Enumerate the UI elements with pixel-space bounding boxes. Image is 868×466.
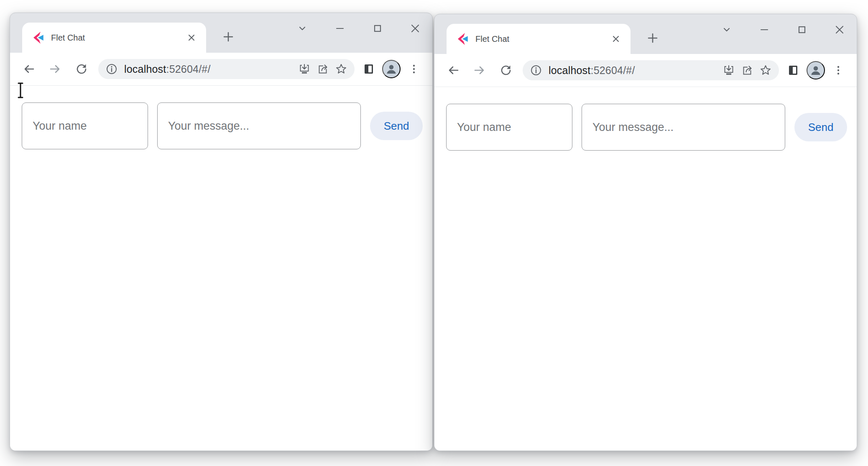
browser-toolbar: localhost:52604/#/ xyxy=(10,53,432,86)
share-icon[interactable] xyxy=(314,60,332,78)
address-bar[interactable]: localhost:52604/#/ xyxy=(98,59,355,79)
desktop: { "colors": { "frame": "#e2e4e8", "toolb… xyxy=(0,0,868,466)
minimize-button[interactable] xyxy=(333,21,347,36)
new-tab-button[interactable] xyxy=(220,28,237,45)
site-info-icon[interactable] xyxy=(530,64,542,77)
share-icon[interactable] xyxy=(738,61,756,79)
tab-flet-chat[interactable]: Flet Chat xyxy=(22,23,206,53)
url-text[interactable]: localhost:52604/#/ xyxy=(124,63,211,75)
menu-kebab-icon[interactable] xyxy=(829,61,848,79)
message-input[interactable] xyxy=(157,102,361,149)
tab-strip: Flet Chat xyxy=(10,13,432,53)
url-path: :52604/#/ xyxy=(166,63,210,75)
menu-kebab-icon[interactable] xyxy=(405,60,423,78)
chat-page: Send xyxy=(10,86,432,451)
back-icon[interactable] xyxy=(19,59,38,79)
maximize-button[interactable] xyxy=(795,23,809,37)
browser-window-right: Flet Chat xyxy=(434,14,857,451)
tab-search-chevron-icon[interactable] xyxy=(720,23,734,37)
maximize-button[interactable] xyxy=(370,21,385,36)
send-button[interactable]: Send xyxy=(370,112,423,140)
minimize-button[interactable] xyxy=(757,23,771,37)
reload-icon[interactable] xyxy=(72,59,91,79)
send-button[interactable]: Send xyxy=(794,113,847,141)
close-button[interactable] xyxy=(832,23,847,37)
forward-icon[interactable] xyxy=(46,59,65,79)
close-button[interactable] xyxy=(408,21,422,36)
profile-avatar[interactable] xyxy=(382,60,401,78)
site-info-icon[interactable] xyxy=(105,63,118,75)
forward-icon[interactable] xyxy=(470,61,489,80)
chat-form: Send xyxy=(446,104,847,151)
profile-avatar[interactable] xyxy=(807,61,825,79)
flet-favicon-icon xyxy=(456,33,468,45)
side-panel-icon[interactable] xyxy=(360,60,378,78)
bookmark-star-icon[interactable] xyxy=(756,61,775,79)
tab-close-icon[interactable] xyxy=(184,31,199,45)
tab-flet-chat[interactable]: Flet Chat xyxy=(447,24,631,54)
name-input[interactable] xyxy=(446,104,572,151)
toolbar-right-tools xyxy=(360,60,423,78)
chat-form: Send xyxy=(22,102,423,149)
url-path: :52604/#/ xyxy=(590,64,635,76)
tab-strip: Flet Chat xyxy=(434,14,857,54)
install-app-icon[interactable] xyxy=(720,61,738,79)
toolbar-right-tools xyxy=(784,61,848,79)
tab-title: Flet Chat xyxy=(475,34,609,44)
install-app-icon[interactable] xyxy=(295,60,314,78)
message-input[interactable] xyxy=(582,104,785,151)
bookmark-star-icon[interactable] xyxy=(332,60,350,78)
chat-page: Send xyxy=(434,87,857,451)
url-host: localhost xyxy=(124,63,166,75)
tab-title: Flet Chat xyxy=(51,33,184,43)
new-tab-button[interactable] xyxy=(644,30,661,46)
window-controls xyxy=(295,21,422,36)
name-input[interactable] xyxy=(22,102,148,149)
window-controls xyxy=(720,23,847,37)
address-bar[interactable]: localhost:52604/#/ xyxy=(523,60,779,80)
url-host: localhost xyxy=(549,64,590,76)
browser-toolbar: localhost:52604/#/ xyxy=(434,54,857,87)
back-icon[interactable] xyxy=(444,61,463,80)
flet-favicon-icon xyxy=(31,31,44,44)
url-text[interactable]: localhost:52604/#/ xyxy=(549,64,635,77)
browser-window-left: Flet Chat xyxy=(10,13,433,451)
tab-search-chevron-icon[interactable] xyxy=(295,21,309,36)
tab-close-icon[interactable] xyxy=(609,32,623,46)
side-panel-icon[interactable] xyxy=(784,61,802,79)
reload-icon[interactable] xyxy=(496,61,516,80)
